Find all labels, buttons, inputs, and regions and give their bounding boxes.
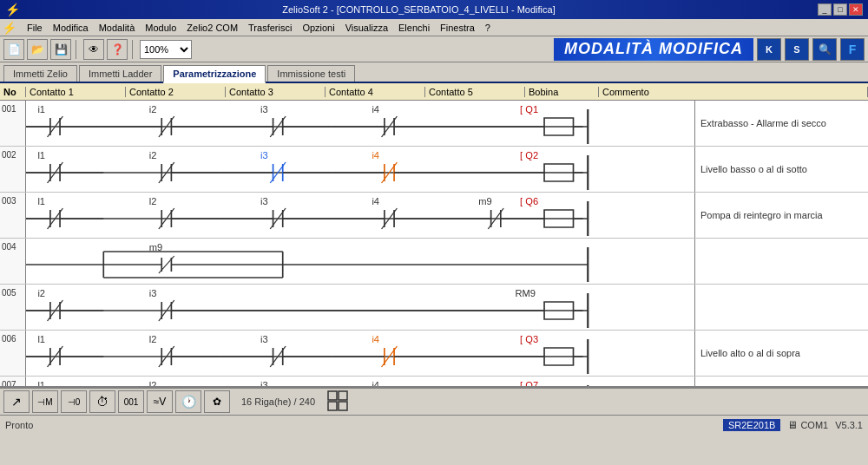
bt-btn-timer[interactable]: ⏱ — [89, 390, 115, 413]
svg-text:[ Q6: [ Q6 — [520, 197, 538, 206]
header-commento: Commento — [599, 87, 868, 97]
header-contatto3: Contatto 3 — [226, 87, 326, 97]
svg-text:i3: i3 — [260, 105, 268, 115]
tabs-bar: Immetti Zelio Immetti Ladder Parametrizz… — [0, 62, 868, 83]
row-number-002: 002 — [0, 147, 26, 192]
menu-modifica[interactable]: Modifica — [48, 21, 94, 35]
row-comment-007: Pompa di reintegro ferma — [694, 377, 868, 387]
modifica-label: MODALITÀ MODIFICA — [554, 38, 753, 61]
ladder-row-007: 007 l1 l2 i3 i4 — [0, 377, 868, 387]
menu-zelio2com[interactable]: Zelio2 COM — [181, 21, 243, 35]
row-diagram-003[interactable]: l1 l2 i3 i4 m9 — [26, 193, 694, 238]
svg-text:[ Q3: [ Q3 — [520, 335, 538, 344]
svg-text:i2: i2 — [149, 105, 157, 115]
svg-text:i3: i3 — [260, 197, 268, 206]
svg-text:l2: l2 — [149, 381, 157, 387]
menu-help[interactable]: ? — [480, 21, 496, 35]
menu-modulo[interactable]: Modulo — [140, 21, 181, 35]
ladder-grid[interactable]: 001 i1 i2 i3 i4 — [0, 101, 868, 387]
tab-immissione-testi[interactable]: Immissione testi — [267, 65, 355, 82]
title-controls: _ □ ✕ — [818, 3, 863, 16]
bt-btn-arrow[interactable]: ↗ — [3, 390, 30, 413]
svg-text:i3: i3 — [260, 151, 268, 160]
ladder-svg-004: m9 — [26, 239, 694, 282]
bt-btn-contact-no[interactable]: ⊣M — [32, 390, 58, 413]
bt-btn-special[interactable]: ✿ — [204, 390, 230, 413]
maximize-button[interactable]: □ — [833, 3, 847, 16]
menu-visualizza[interactable]: Visualizza — [340, 21, 393, 35]
toolbar: 📄 📂 💾 👁 ❓ 100% 75% 50% 125% 150% MODALIT… — [0, 36, 868, 62]
icon-btn-2[interactable]: S — [785, 38, 809, 61]
menu-opzioni[interactable]: Opzioni — [297, 21, 339, 35]
zoom-select[interactable]: 100% 75% 50% 125% 150% — [140, 40, 192, 59]
row-diagram-007[interactable]: l1 l2 i3 i4 — [26, 377, 694, 387]
status-version: V5.3.1 — [835, 420, 863, 430]
menu-file[interactable]: File — [22, 21, 48, 35]
svg-text:i4: i4 — [372, 151, 379, 160]
row-diagram-002[interactable]: l1 i2 i3 i4 — [26, 147, 694, 192]
ladder-svg-005: i2 i3 RM9 — [26, 285, 694, 328]
ladder-svg-006: l1 l2 i3 i4 — [26, 331, 694, 374]
ladder-svg-003: l1 l2 i3 i4 m9 — [26, 193, 694, 236]
svg-text:i1: i1 — [37, 105, 45, 115]
ladder-row-002: 002 l1 i2 i3 i4 — [0, 147, 868, 193]
svg-text:i4: i4 — [372, 197, 379, 206]
open-button[interactable]: 📂 — [27, 39, 48, 60]
bt-btn-counter[interactable]: 001 — [118, 390, 144, 413]
close-button[interactable]: ✕ — [849, 3, 863, 16]
header-contatto5: Contatto 5 — [425, 87, 525, 97]
row-number-007: 007 — [0, 377, 26, 387]
ladder-svg-002: l1 i2 i3 i4 — [26, 147, 694, 190]
svg-text:[ Q2: [ Q2 — [520, 151, 538, 160]
header-contatto1: Contatto 1 — [26, 87, 126, 97]
minimize-button[interactable]: _ — [818, 3, 832, 16]
row-diagram-006[interactable]: l1 l2 i3 i4 — [26, 331, 694, 376]
menu-finestra[interactable]: Finestra — [435, 21, 480, 35]
tab-immetti-zelio[interactable]: Immetti Zelio — [3, 65, 77, 82]
menu-trasferisci[interactable]: Trasferisci — [243, 21, 297, 35]
icon-btn-1[interactable]: K — [757, 38, 781, 61]
svg-text:RM9: RM9 — [516, 289, 536, 298]
row-comment-001: Extrabasso - Allarme di secco — [694, 101, 868, 146]
row-diagram-005[interactable]: i2 i3 RM9 — [26, 285, 694, 330]
bt-btn-contact-nc[interactable]: ⊣0 — [61, 390, 87, 413]
ladder-svg-001: i1 i2 i3 i4 — [26, 101, 694, 144]
com-icon: 🖥 — [787, 419, 798, 431]
bottom-toolbar: ↗ ⊣M ⊣0 ⏱ 001 ≈V 🕐 ✿ 16 Riga(he) / 240 — [0, 387, 868, 415]
bt-btn-clock[interactable]: 🕐 — [175, 390, 201, 413]
tab-immetti-ladder[interactable]: Immetti Ladder — [79, 65, 161, 82]
header-contatto4: Contatto 4 — [326, 87, 425, 97]
row-comment-005 — [694, 285, 868, 330]
search-button[interactable]: 🔍 — [812, 38, 837, 61]
toolbar-separator-2 — [132, 40, 135, 59]
status-bar: Pronto SR2E201B 🖥 COM1 V5.3.1 — [0, 415, 868, 434]
new-button[interactable]: 📄 — [3, 39, 24, 60]
svg-text:i3: i3 — [260, 381, 268, 387]
help-button[interactable]: ❓ — [107, 39, 128, 60]
menu-modalita[interactable]: Modalità — [94, 21, 141, 35]
tab-parametrizzazione[interactable]: Parametrizzazione — [163, 65, 266, 83]
row-comment-006: Livello alto o al di sopra — [694, 331, 868, 376]
row-diagram-004[interactable]: m9 — [26, 239, 694, 284]
row-number-006: 006 — [0, 331, 26, 376]
row-diagram-001[interactable]: i1 i2 i3 i4 — [26, 101, 694, 146]
svg-text:m9: m9 — [478, 197, 492, 206]
row-comment-003: Pompa di reintegro in marcia — [694, 193, 868, 238]
icon-btn-3[interactable]: F — [840, 38, 865, 61]
status-right: SR2E201B 🖥 COM1 V5.3.1 — [723, 419, 863, 431]
status-text: Pronto — [5, 420, 33, 430]
view-button[interactable]: 👁 — [83, 39, 104, 60]
svg-text:m9: m9 — [149, 243, 163, 252]
menu-elenchi[interactable]: Elenchi — [393, 21, 435, 35]
svg-text:i2: i2 — [149, 151, 157, 160]
bt-btn-grid[interactable] — [326, 390, 351, 414]
row-number-005: 005 — [0, 285, 26, 330]
header-no: No — [0, 87, 26, 97]
svg-text:l2: l2 — [149, 197, 157, 206]
svg-rect-182 — [328, 391, 337, 400]
header-contatto2: Contatto 2 — [126, 87, 226, 97]
ladder-row-001: 001 i1 i2 i3 i4 — [0, 101, 868, 147]
ladder-row-006: 006 l1 l2 i3 i4 — [0, 331, 868, 377]
bt-btn-compare[interactable]: ≈V — [147, 390, 173, 413]
save-button[interactable]: 💾 — [50, 39, 71, 60]
